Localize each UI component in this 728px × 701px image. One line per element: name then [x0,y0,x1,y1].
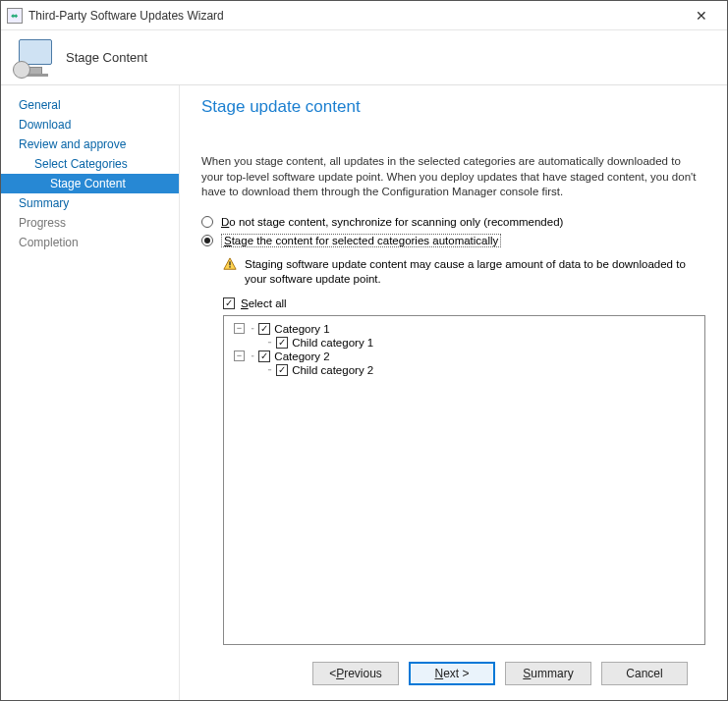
select-all-checkbox[interactable]: ✓ [223,297,235,309]
sidebar-item-general[interactable]: General [1,95,179,115]
monitor-icon [15,39,54,77]
tree-connector-icon: ··· [251,323,252,334]
tree-node-child-category-2[interactable]: ···· ✓ Child category 2 [232,363,697,377]
title-bar: ⬌ Third-Party Software Updates Wizard ✕ [1,1,727,30]
warning-row: Staging software update content may caus… [223,257,705,288]
warning-text: Staging software update content may caus… [245,257,705,288]
sidebar-item-download[interactable]: Download [1,115,179,135]
category-tree[interactable]: − ··· ✓ Category 1 ···· ✓ Child category… [223,315,705,645]
sidebar-item-review-approve[interactable]: Review and approve [1,135,179,154]
wizard-window: ⬌ Third-Party Software Updates Wizard ✕ … [0,0,728,701]
sidebar-item-progress: Progress [1,213,179,233]
wizard-main: Stage update content When you stage cont… [180,85,727,700]
sidebar-item-summary[interactable]: Summary [1,193,179,213]
tree-connector-icon: ···· [267,337,270,348]
svg-rect-2 [229,266,230,267]
radio-stage-automatically-label: Stage the content for selected categorie… [221,234,501,247]
tree-checkbox[interactable]: ✓ [276,337,288,349]
tree-node-child-category-1[interactable]: ···· ✓ Child category 1 [232,336,697,350]
tree-node-label: Category 1 [274,323,329,335]
wizard-footer: < Previous Next > Summary Cancel [201,645,705,700]
wizard-header: Stage Content [1,30,727,85]
cancel-button[interactable]: Cancel [601,662,688,685]
collapse-icon[interactable]: − [234,323,245,334]
summary-button[interactable]: Summary [505,662,591,685]
tree-checkbox[interactable]: ✓ [258,350,270,362]
sidebar-item-completion: Completion [1,233,179,252]
radio-icon [201,216,213,228]
previous-button[interactable]: < Previous [312,662,399,685]
tree-node-category-1[interactable]: − ··· ✓ Category 1 [232,322,697,336]
tree-node-label: Child category 2 [292,364,373,376]
tree-checkbox[interactable]: ✓ [276,364,288,376]
page-description: When you stage content, all updates in t… [201,154,705,200]
tree-node-label: Category 2 [274,350,329,362]
select-all-row[interactable]: ✓ Select all [223,297,705,309]
wizard-body: General Download Review and approve Sele… [1,85,727,700]
tree-connector-icon: ··· [251,350,252,361]
warning-icon [223,257,237,271]
app-icon: ⬌ [7,8,23,24]
window-title: Third-Party Software Updates Wizard [28,9,682,23]
wizard-sidebar: General Download Review and approve Sele… [1,85,180,700]
tree-checkbox[interactable]: ✓ [258,323,270,335]
radio-do-not-stage[interactable]: Do not stage content, synchronize for sc… [201,216,705,228]
select-all-label: Select all [241,297,287,309]
next-button[interactable]: Next > [409,662,495,685]
radio-icon [201,235,213,246]
tree-node-category-2[interactable]: − ··· ✓ Category 2 [232,350,697,363]
page-title: Stage update content [201,97,705,117]
svg-rect-1 [229,261,230,265]
sidebar-item-stage-content[interactable]: Stage Content [1,174,179,193]
collapse-icon[interactable]: − [234,350,245,361]
tree-connector-icon: ···· [267,364,270,375]
radio-do-not-stage-label: Do not stage content, synchronize for sc… [221,216,563,228]
close-icon[interactable]: ✕ [682,2,721,29]
sidebar-item-select-categories[interactable]: Select Categories [1,154,179,174]
header-label: Stage Content [66,50,147,65]
tree-node-label: Child category 1 [292,337,373,349]
radio-stage-automatically[interactable]: Stage the content for selected categorie… [201,234,705,247]
